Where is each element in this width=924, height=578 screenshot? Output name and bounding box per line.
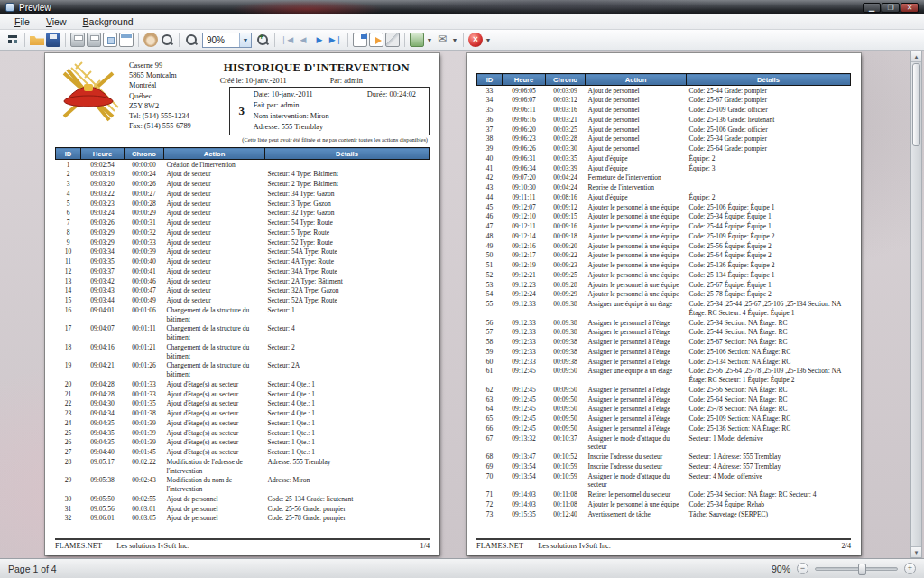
pan-hand-icon[interactable] [143,33,158,47]
cell-heure: 09:03:37 [81,266,125,276]
cell-details: Secteur: 2 Type: Bâtiment [265,180,430,190]
email-icon[interactable]: ✉ [435,33,449,47]
cell-details: Code: 25-56 ,25-64 ,25-78 ,25-109 ,25-13… [687,367,851,386]
cell-heure: 09:12:45 [503,395,546,405]
cell-chrono: 00:04:24 [546,183,586,193]
scrollbar-thumb[interactable] [912,63,920,146]
cell-chrono: 00:03:16 [546,106,586,116]
cell-details: Code: 25-34 ,25-44 ,25-67 ,25-106 ,25-13… [687,300,851,319]
first-page-button[interactable]: ❘◀ [280,33,294,47]
cell-id: 29 [56,476,81,495]
open-icon[interactable] [30,33,44,47]
cell-chrono: 00:03:01 [125,504,164,514]
export-icon[interactable] [369,33,383,47]
cell-details: Code: 25-56 Grade: pompier [265,504,430,514]
print-icon[interactable] [87,33,101,47]
zoom-slider[interactable] [815,567,898,571]
cell-id: 70 [477,471,503,490]
table-row: 73 09:15:35 00:12:40 Avertissement de tâ… [477,509,851,519]
close-preview-icon[interactable]: × [468,33,483,47]
previous-page-button[interactable]: ◀ [296,33,310,47]
cell-action: Ajout de personnel [586,125,687,135]
cell-id: 8 [56,228,81,238]
table-row: 36 09:06:16 00:03:21 Ajout de personnel … [477,115,851,125]
cell-heure: 09:06:20 [503,125,546,135]
toolbar-overflow-icon[interactable]: ▼ [485,37,492,43]
save-icon[interactable] [46,33,60,47]
minimize-button[interactable]: ▁ [863,3,881,13]
chevron-down-icon[interactable]: ▼ [451,37,458,43]
find-icon[interactable] [5,33,20,47]
page-setup-icon[interactable] [119,33,134,47]
page-layout-icon[interactable] [353,33,367,47]
page-copy-icon[interactable] [103,33,117,47]
table-header-row: ID Heure Chrono Action Détails [56,148,430,160]
cell-details: Secteur: 1 Mode: defensive [687,434,851,452]
menu-file[interactable]: File [7,15,37,28]
print-setup-icon[interactable] [70,33,85,47]
cell-chrono: 00:03:21 [546,115,586,125]
maximize-button[interactable]: ❐ [882,3,900,13]
cell-id: 57 [477,328,503,338]
zoom-out-button[interactable]: − [797,563,808,574]
watermark-icon[interactable] [385,33,400,47]
table-row: 50 09:12:17 00:09:22 Ajouter le personne… [477,251,851,261]
cell-details: Secteur: 1 Qte.: 1 [265,448,430,458]
cell-chrono: 00:08:16 [546,192,586,202]
cell-id: 31 [56,504,81,514]
cell-id: 35 [477,106,503,116]
picture-icon[interactable] [410,33,424,47]
chevron-down-icon[interactable]: ▼ [426,37,433,43]
scroll-up-icon[interactable]: ▲ [911,51,921,62]
cell-action: Ajout de personnel [586,135,687,144]
cell-action: Assigner le mode d'attaque du secteur [586,434,687,452]
cell-chrono: 00:09:50 [546,395,586,405]
cell-action: Assigner le personnel à l'étage [586,415,687,424]
cell-chrono: 00:01:21 [125,342,164,361]
table-row: 40 09:06:31 00:03:35 Ajout d'équipe Équi… [477,154,851,163]
cell-chrono: 00:09:50 [546,424,586,434]
menu-view[interactable]: View [39,15,74,28]
cell-action: Assigner le personnel à l'étage [586,357,687,367]
zoom-in-button[interactable]: + [904,563,916,574]
cell-chrono: 00:01:26 [125,361,164,380]
table-row: 2 09:03:19 00:00:24 Ajout de secteur Sec… [56,170,430,180]
table-row: 35 09:06:11 00:03:16 Ajout de personnel … [477,106,851,116]
info-adresse: Adresse: 555 Tremblay [254,122,425,133]
cell-heure: 09:12:10 [503,212,546,222]
address-line: Z5Y 8W2 [129,101,191,111]
zoom-combobox[interactable]: 90% ▼ [202,33,252,48]
title-bar[interactable]: Preview ▁ ❐ ✕ [0,0,924,14]
scroll-down-icon[interactable]: ▼ [911,546,921,557]
cell-action: Ajout de secteur [164,296,265,306]
cell-heure: 09:07:20 [503,173,546,183]
vertical-scrollbar[interactable]: ▲ ▼ [910,51,922,558]
cell-action: Ajout de personnel [586,115,687,125]
separator [24,33,25,47]
next-page-button[interactable]: ▶ [312,33,327,47]
last-page-button[interactable]: ▶❘ [328,33,343,47]
cell-id: 16 [56,305,81,324]
cell-id: 53 [477,280,503,290]
cell-details: Secteur: 4 Type: Bâtiment [265,170,430,180]
cell-id: 15 [56,296,81,306]
table-row: 32 09:06:01 00:03:05 Ajout de personnel … [56,514,430,524]
menu-background[interactable]: Background [76,15,141,28]
cell-action: Ajout de personnel [164,494,265,504]
report-page-2: ID Heure Chrono Action Détails 33 09:06:… [467,53,861,555]
page-indicator: Page 1 of 4 [8,564,57,574]
cell-id: 63 [477,395,503,405]
cell-heure: 09:12:21 [503,270,546,280]
zoom-out-icon[interactable] [184,33,199,47]
cell-heure: 09:06:07 [503,96,546,106]
cell-chrono: 00:09:16 [546,222,586,232]
cell-action: Ajout d'équipe [586,154,687,163]
zoom-in-icon[interactable]: + [255,33,270,47]
cell-action: Création de l'intervention [164,160,265,170]
zoom-icon[interactable] [160,33,174,47]
zoom-slider-thumb[interactable] [858,564,866,575]
filter-note: (Cette liste peut avoir été filtrée et n… [204,136,428,143]
report-title: HISTORIQUE D'INTERVENTION [204,61,430,75]
chevron-down-icon[interactable]: ▼ [239,33,251,47]
close-button[interactable]: ✕ [901,3,919,13]
